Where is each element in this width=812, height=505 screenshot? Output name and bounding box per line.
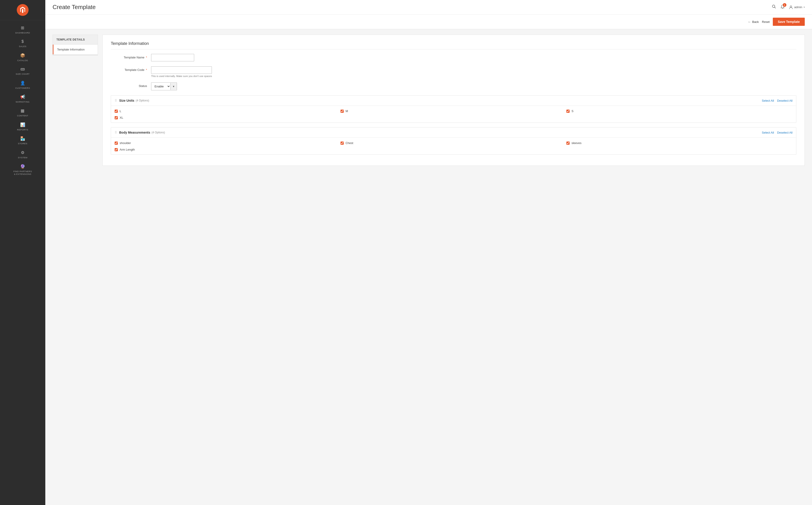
sidebar-item-marketing[interactable]: 📢 MARKETING bbox=[0, 92, 45, 105]
left-panel: TEMPLATE DETAILS Template Information bbox=[52, 35, 98, 55]
sidebar-item-customers[interactable]: 👤 CUSTOMERS bbox=[0, 78, 45, 92]
option-item-XL: XL bbox=[115, 116, 341, 119]
body-measurements-title: Body Measurements bbox=[119, 131, 150, 134]
option-label-arm-length: Arm Length bbox=[120, 148, 135, 151]
sidebar-item-stores[interactable]: 🏪 STORES bbox=[0, 133, 45, 147]
page-title: Create Template bbox=[52, 4, 96, 11]
body-measurements-select-all[interactable]: Select All bbox=[762, 131, 774, 134]
template-code-hint: This is used internally. Make sure you d… bbox=[151, 75, 212, 77]
panel-item-label: Template Information bbox=[57, 48, 85, 51]
status-group: Status Enable Disable ▾ bbox=[111, 82, 796, 91]
svg-point-6 bbox=[790, 6, 792, 7]
option-checkbox-M[interactable] bbox=[341, 110, 344, 113]
save-template-button[interactable]: Save Template bbox=[773, 18, 805, 26]
template-name-input[interactable] bbox=[151, 54, 194, 61]
sidebar-item-dashboard[interactable]: ⊞ DASHBOARD bbox=[0, 22, 45, 36]
sidebar-item-find-partners[interactable]: 🔮 FIND PARTNERS& EXTENSIONS bbox=[0, 161, 45, 178]
size-units-actions: Select All Deselect All bbox=[762, 99, 793, 102]
option-checkbox-sleeves[interactable] bbox=[566, 142, 570, 145]
sidebar-item-content[interactable]: ▦ CONTENT bbox=[0, 105, 45, 119]
option-label-S: S bbox=[571, 109, 573, 113]
sidebar-item-label: DASHBOARD bbox=[15, 31, 30, 34]
option-checkbox-arm-length[interactable] bbox=[115, 148, 118, 151]
option-checkbox-chest[interactable] bbox=[341, 142, 344, 145]
main-area: Create Template 1 admin bbox=[45, 0, 812, 505]
magento-logo bbox=[17, 4, 28, 16]
option-label-L: L bbox=[120, 109, 121, 113]
option-label-chest: Chest bbox=[346, 141, 353, 145]
admin-user[interactable]: admin ▾ bbox=[789, 5, 805, 9]
customers-icon: 👤 bbox=[20, 80, 25, 86]
action-bar: ← Back Reset Save Template bbox=[45, 14, 812, 29]
option-checkbox-shoulder[interactable] bbox=[115, 142, 118, 145]
template-name-label: Template Name * bbox=[111, 54, 147, 59]
reset-label: Reset bbox=[762, 20, 770, 24]
body-measurements-group: ⠿ Body Measurements (4 Options) Select A… bbox=[111, 127, 796, 155]
svg-line-5 bbox=[774, 7, 776, 8]
required-star: * bbox=[146, 68, 147, 71]
sidebar-item-size-chart[interactable]: SIZE CHART bbox=[0, 64, 45, 77]
user-icon bbox=[789, 5, 793, 9]
section-title: Template Information bbox=[111, 41, 796, 49]
search-icon[interactable] bbox=[772, 4, 776, 10]
sidebar-item-label: STORES bbox=[18, 142, 27, 145]
sidebar-item-label: REPORTS bbox=[17, 128, 28, 131]
header-right: 1 admin ▾ bbox=[772, 4, 805, 10]
template-code-input[interactable] bbox=[151, 66, 212, 74]
option-label-XL: XL bbox=[120, 116, 123, 119]
option-checkbox-L[interactable] bbox=[115, 110, 118, 113]
body-measurements-deselect-all[interactable]: Deselect All bbox=[777, 131, 793, 134]
notification-count: 1 bbox=[783, 3, 786, 7]
template-name-field-wrap bbox=[151, 54, 194, 61]
body-measurements-body: shoulder Chest sleeves Arm Length bbox=[111, 138, 796, 154]
size-units-deselect-all[interactable]: Deselect All bbox=[777, 99, 793, 102]
size-units-group: ⠿ Size Units (4 Options) Select All Dese… bbox=[111, 95, 796, 123]
template-code-group: Template Code * This is used internally.… bbox=[111, 66, 796, 77]
sidebar-item-catalog[interactable]: 📦 CATALOG bbox=[0, 50, 45, 64]
size-units-header: ⠿ Size Units (4 Options) Select All Dese… bbox=[111, 96, 796, 106]
size-units-title: Size Units bbox=[119, 99, 134, 102]
body-measurements-header: ⠿ Body Measurements (4 Options) Select A… bbox=[111, 128, 796, 138]
save-label: Save Template bbox=[778, 20, 800, 24]
option-checkbox-S[interactable] bbox=[566, 110, 570, 113]
form-area: Template Information Template Name * Tem… bbox=[102, 35, 805, 166]
sidebar-item-label: CATALOG bbox=[17, 59, 28, 61]
drag-handle-icon-bm[interactable]: ⠿ bbox=[115, 131, 117, 134]
sidebar-item-reports[interactable]: 📊 REPORTS bbox=[0, 119, 45, 133]
sidebar-item-system[interactable]: ⚙ SYSTEM bbox=[0, 147, 45, 161]
sidebar: ⊞ DASHBOARD $ SALES 📦 CATALOG SIZE CHART bbox=[0, 0, 45, 505]
option-item-shoulder: shoulder bbox=[115, 141, 341, 145]
option-item-L: L bbox=[115, 109, 341, 113]
admin-label: admin bbox=[794, 5, 802, 9]
top-header: Create Template 1 admin bbox=[45, 0, 812, 14]
option-item-S: S bbox=[566, 109, 792, 113]
notification-bell[interactable]: 1 bbox=[780, 5, 785, 10]
drag-handle-icon[interactable]: ⠿ bbox=[115, 99, 117, 102]
option-item-arm-length: Arm Length bbox=[115, 148, 341, 151]
panel-divider bbox=[53, 54, 98, 55]
reports-icon: 📊 bbox=[20, 122, 25, 127]
sidebar-nav: ⊞ DASHBOARD $ SALES 📦 CATALOG SIZE CHART bbox=[0, 20, 45, 178]
option-item-sleeves: sleeves bbox=[566, 141, 792, 145]
sidebar-item-sales[interactable]: $ SALES bbox=[0, 36, 45, 50]
back-arrow-icon: ← bbox=[748, 20, 751, 24]
system-icon: ⚙ bbox=[21, 150, 25, 155]
option-item-chest: Chest bbox=[341, 141, 566, 145]
dashboard-icon: ⊞ bbox=[21, 25, 24, 30]
body-measurements-actions: Select All Deselect All bbox=[762, 131, 793, 134]
option-checkbox-XL[interactable] bbox=[115, 116, 118, 119]
catalog-icon: 📦 bbox=[20, 53, 25, 58]
status-dropdown-button[interactable]: ▾ bbox=[170, 83, 177, 90]
template-code-label: Template Code * bbox=[111, 66, 147, 71]
marketing-icon: 📢 bbox=[20, 95, 25, 100]
panel-item-template-information[interactable]: Template Information bbox=[53, 45, 98, 54]
reset-button[interactable]: Reset bbox=[762, 20, 770, 24]
back-label: Back bbox=[752, 20, 759, 24]
size-units-select-all[interactable]: Select All bbox=[762, 99, 774, 102]
sidebar-item-label: SYSTEM bbox=[18, 156, 27, 159]
status-dropdown[interactable]: Enable Disable ▾ bbox=[151, 82, 177, 91]
sidebar-item-label: CONTENT bbox=[17, 114, 28, 117]
status-select[interactable]: Enable Disable bbox=[151, 82, 170, 90]
option-label-shoulder: shoulder bbox=[120, 141, 131, 145]
back-button[interactable]: ← Back bbox=[748, 20, 759, 24]
